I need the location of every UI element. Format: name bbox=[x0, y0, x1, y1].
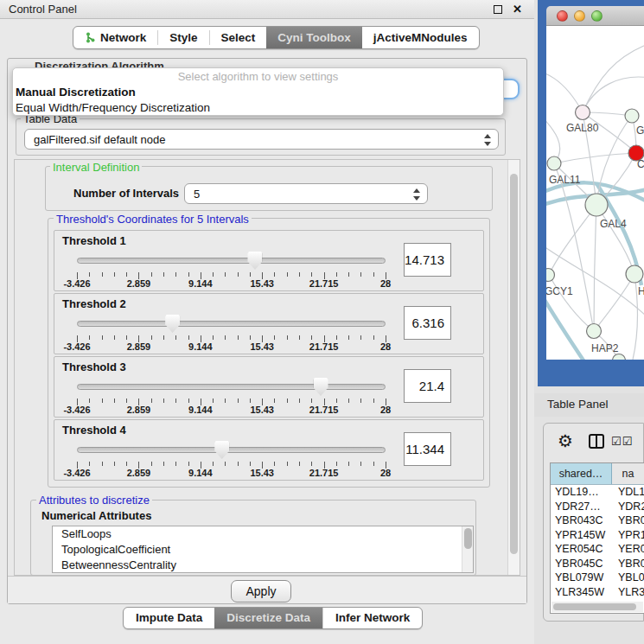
table-row[interactable]: YDL19…YDL1 bbox=[551, 485, 644, 500]
table-row[interactable]: YPR145WYPR1 bbox=[551, 528, 644, 543]
cell-name[interactable]: YLR3 bbox=[612, 585, 644, 600]
cell-name[interactable]: YDL1 bbox=[612, 485, 644, 500]
threshold-value-field[interactable]: 21.4 bbox=[404, 369, 451, 403]
cell-name[interactable]: YPR1 bbox=[612, 528, 644, 543]
slider-track[interactable] bbox=[77, 321, 386, 327]
table-data-value: galFiltered.sif default node bbox=[34, 133, 165, 146]
network-edge[interactable] bbox=[594, 205, 596, 331]
network-edge[interactable] bbox=[633, 274, 638, 360]
bottom-tabbar: Impute Data Discretize Data Infer Networ… bbox=[123, 607, 423, 629]
numerical-attributes-label: Numerical Attributes bbox=[41, 509, 151, 522]
threshold-value-field[interactable]: 11.344 bbox=[404, 432, 451, 466]
combo-stepper-icon[interactable] bbox=[482, 133, 492, 147]
network-node-label: GCY1 bbox=[546, 285, 573, 297]
horizontal-scrollbar[interactable] bbox=[552, 602, 643, 612]
top-tabbar: Network Style Select Cyni Toolbox jActiv… bbox=[73, 26, 480, 49]
threshold-panel-1: Threshold 1-3.4262.8599.14415.4321.71528… bbox=[54, 230, 484, 291]
apply-button[interactable]: Apply bbox=[231, 580, 291, 603]
cell-name[interactable]: YBR0 bbox=[612, 513, 644, 528]
column-header-name[interactable]: na bbox=[612, 463, 644, 484]
cell-name[interactable]: YER0 bbox=[612, 542, 644, 557]
network-edge[interactable] bbox=[546, 112, 560, 163]
slider-thumb[interactable] bbox=[247, 252, 262, 270]
network-node[interactable] bbox=[587, 324, 602, 339]
cell-shared-name[interactable]: YBR043C bbox=[551, 513, 612, 528]
attribute-list-item[interactable]: TopologicalCoefficient bbox=[53, 542, 473, 558]
table-row[interactable]: YBR045CYBR0 bbox=[551, 557, 644, 571]
threshold-value-field[interactable]: 6.316 bbox=[404, 306, 451, 340]
network-edge[interactable] bbox=[554, 163, 594, 331]
cell-name[interactable]: YDR2 bbox=[612, 500, 644, 514]
list-scrollbar-thumb[interactable] bbox=[464, 528, 472, 549]
slider-track[interactable] bbox=[77, 447, 386, 453]
table-data-combobox[interactable]: galFiltered.sif default node bbox=[24, 129, 499, 150]
table-row[interactable]: YLR345WYLR3 bbox=[551, 585, 644, 600]
cell-shared-name[interactable]: YER054C bbox=[551, 542, 612, 557]
cell-name[interactable]: YBR0 bbox=[612, 557, 644, 571]
columns-icon[interactable] bbox=[589, 434, 604, 449]
slider-thumb[interactable] bbox=[165, 315, 180, 333]
gear-icon[interactable]: ⚙ bbox=[558, 430, 573, 451]
cell-shared-name[interactable]: YBR045C bbox=[551, 557, 612, 571]
attribute-list-item[interactable]: BetweennessCentrality bbox=[53, 558, 473, 573]
slider-thumb[interactable] bbox=[314, 378, 328, 396]
tab-impute-data[interactable]: Impute Data bbox=[124, 608, 214, 628]
number-of-intervals-combobox[interactable]: 5 bbox=[184, 183, 428, 204]
network-node[interactable] bbox=[547, 156, 561, 170]
number-of-intervals-label: Number of Intervals bbox=[73, 187, 179, 200]
network-node[interactable] bbox=[585, 194, 608, 216]
attribute-list-item[interactable]: SelfLoops bbox=[53, 526, 473, 542]
dropdown-option-manual[interactable]: Manual Discretization bbox=[13, 85, 503, 100]
tab-style[interactable]: Style bbox=[158, 27, 208, 48]
table-row[interactable]: YDR27…YDR2 bbox=[551, 500, 644, 514]
node-table[interactable]: shared… na YDL19…YDL1YDR27…YDR2YBR043CYB… bbox=[550, 462, 644, 614]
cell-shared-name[interactable]: YDR27… bbox=[551, 500, 612, 514]
checkbox-icons[interactable]: ☑☑ bbox=[611, 435, 633, 448]
network-node-label: C bbox=[637, 158, 644, 170]
network-edge[interactable] bbox=[554, 153, 636, 163]
tab-cyni-toolbox[interactable]: Cyni Toolbox bbox=[266, 27, 362, 48]
cell-shared-name[interactable]: YDL19… bbox=[551, 485, 612, 500]
float-window-icon[interactable] bbox=[494, 5, 502, 14]
tab-network[interactable]: Network bbox=[73, 27, 157, 48]
zoom-traffic-icon[interactable] bbox=[591, 10, 603, 22]
tab-infer-network[interactable]: Infer Network bbox=[323, 608, 422, 628]
numerical-attributes-list[interactable]: SelfLoopsTopologicalCoefficientBetweenne… bbox=[52, 526, 474, 573]
network-node[interactable] bbox=[546, 269, 555, 282]
vertical-scrollbar[interactable] bbox=[507, 160, 520, 575]
scrollbar-thumb[interactable] bbox=[510, 174, 518, 554]
tab-discretize-data[interactable]: Discretize Data bbox=[214, 608, 322, 628]
slider-thumb[interactable] bbox=[214, 441, 229, 459]
table-row[interactable]: YBL079WYBL0 bbox=[551, 571, 644, 585]
threshold-value-field[interactable]: 14.713 bbox=[404, 243, 451, 277]
combo-stepper-icon[interactable] bbox=[411, 188, 421, 201]
close-icon[interactable]: ✕ bbox=[513, 3, 522, 16]
network-canvas[interactable]: GAL80GACGAL11GAL4GCY1HHAP2 bbox=[546, 26, 644, 360]
network-window-titlebar[interactable] bbox=[546, 6, 644, 26]
cell-shared-name[interactable]: YPR145W bbox=[551, 528, 612, 543]
tab-select[interactable]: Select bbox=[210, 27, 267, 48]
network-node[interactable] bbox=[613, 354, 626, 360]
dropdown-hint-item[interactable]: Select algorithm to view settings bbox=[13, 68, 503, 85]
slider-track[interactable] bbox=[77, 258, 386, 264]
horizontal-scrollbar-thumb[interactable] bbox=[553, 603, 636, 610]
network-node[interactable] bbox=[576, 105, 590, 120]
network-edge[interactable] bbox=[594, 274, 634, 331]
close-traffic-icon[interactable] bbox=[557, 10, 568, 22]
tab-jactivemnodules[interactable]: jActiveMNodules bbox=[362, 27, 479, 48]
network-edge[interactable] bbox=[546, 73, 583, 112]
network-node[interactable] bbox=[626, 265, 643, 283]
network-node[interactable] bbox=[625, 109, 639, 123]
column-header-shared[interactable]: shared… bbox=[551, 463, 612, 484]
table-row[interactable]: YER054CYER0 bbox=[551, 542, 644, 557]
list-scrollbar[interactable] bbox=[462, 526, 473, 572]
cell-shared-name[interactable]: YLR345W bbox=[551, 585, 612, 600]
network-edge[interactable] bbox=[549, 275, 594, 331]
network-edge[interactable] bbox=[583, 43, 644, 112]
slider-track[interactable] bbox=[77, 384, 386, 390]
cell-shared-name[interactable]: YBL079W bbox=[551, 571, 612, 585]
dropdown-option-equal-width[interactable]: Equal Width/Frequency Discretization bbox=[13, 100, 503, 116]
table-row[interactable]: YBR043CYBR0 bbox=[551, 513, 644, 528]
cell-name[interactable]: YBL0 bbox=[612, 571, 644, 585]
minimize-traffic-icon[interactable] bbox=[574, 10, 585, 22]
